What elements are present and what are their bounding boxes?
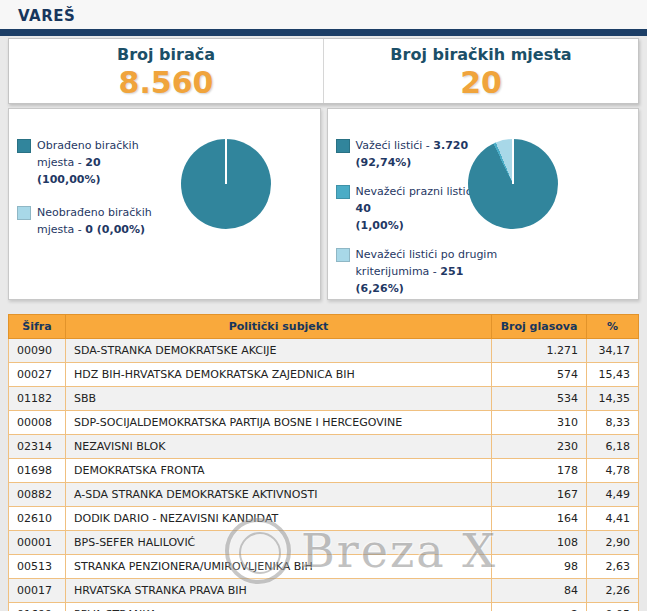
legend-value: 40 <box>356 202 371 215</box>
table-row: 00027 HDZ BIH-HRVATSKA DEMOKRATSKA ZAJED… <box>9 363 639 387</box>
table-row: 02610 DODIK DARIO - NEZAVISNI KANDIDAT 1… <box>9 507 639 531</box>
votes-cell: 108 <box>492 531 587 555</box>
stations-legend: Obrađeno biračkih mjesta - 20 (100,00%) … <box>17 137 167 254</box>
table-row: 00090 SDA-STRANKA DEMOKRATSKE AKCIJE 1.2… <box>9 339 639 363</box>
legend-item-other-invalid-ballots: Nevažeći listići po drugim kriterijumima… <box>336 246 501 297</box>
code-cell: 00001 <box>9 531 66 555</box>
table-row: 00001 BPS-SEFER HALILOVIĆ 108 2,90 <box>9 531 639 555</box>
party-cell: DEMOKRATSKA FRONTA <box>66 459 492 483</box>
ballots-pie-chart <box>468 139 558 229</box>
ballots-chart-box: Važeći listići - 3.720(92,74%) Nevažeći … <box>327 108 640 300</box>
column-header-code: Šifra <box>9 315 66 339</box>
percent-cell: 4,78 <box>587 459 639 483</box>
legend-value: 251 <box>440 265 463 278</box>
votes-cell: 98 <box>492 555 587 579</box>
votes-cell: 310 <box>492 411 587 435</box>
legend-swatch-icon <box>336 185 350 199</box>
votes-cell: 164 <box>492 507 587 531</box>
percent-cell: 14,35 <box>587 387 639 411</box>
table-row: 01182 SBB 534 14,35 <box>9 387 639 411</box>
table-row: 00513 STRANKA PENZIONERA/UMIROVLJENIKA B… <box>9 555 639 579</box>
table-row: 00017 HRVATSKA STRANKA PRAVA BIH 84 2,26 <box>9 579 639 603</box>
party-cell: DODIK DARIO - NEZAVISNI KANDIDAT <box>66 507 492 531</box>
pie-slice-divider <box>225 139 227 184</box>
charts-section: Obrađeno biračkih mjesta - 20 (100,00%) … <box>8 108 639 300</box>
legend-label: Nevažeći listići po drugim kriterijumima… <box>356 248 498 278</box>
legend-item-processed: Obrađeno biračkih mjesta - 20 (100,00%) <box>17 137 167 188</box>
legend-swatch-icon <box>336 248 350 262</box>
percent-cell: 8,33 <box>587 411 639 435</box>
party-cell: A-SDA STRANKA DEMOKRATSKE AKTIVNOSTI <box>66 483 492 507</box>
results-table: Šifra Politički subjekt Broj glasova % 0… <box>8 314 639 611</box>
party-cell: SDA-STRANKA DEMOKRATSKE AKCIJE <box>66 339 492 363</box>
column-header-party: Politički subjekt <box>66 315 492 339</box>
code-cell: 00008 <box>9 411 66 435</box>
stat-polling-stations-value: 20 <box>324 65 638 100</box>
percent-cell: 2,63 <box>587 555 639 579</box>
percent-cell: 34,17 <box>587 339 639 363</box>
votes-cell: 534 <box>492 387 587 411</box>
table-header-row: Šifra Politički subjekt Broj glasova % <box>9 315 639 339</box>
table-row: 00008 SDP-SOCIJALDEMOKRATSKA PARTIJA BOS… <box>9 411 639 435</box>
stat-voters-label: Broj birača <box>9 45 323 64</box>
code-cell: 01182 <box>9 387 66 411</box>
code-cell: 00882 <box>9 483 66 507</box>
legend-text: Obrađeno biračkih mjesta - 20 (100,00%) <box>37 137 167 188</box>
votes-cell: 167 <box>492 483 587 507</box>
percent-cell: 2,90 <box>587 531 639 555</box>
code-cell: 00513 <box>9 555 66 579</box>
party-cell: HDZ BIH-HRVATSKA DEMOKRATSKA ZAJEDNICA B… <box>66 363 492 387</box>
code-cell: 00027 <box>9 363 66 387</box>
legend-swatch-icon <box>17 206 31 220</box>
legend-percent: (6,26%) <box>356 280 501 297</box>
legend-swatch-icon <box>336 139 350 153</box>
party-cell: BPS-SEFER HALILOVIĆ <box>66 531 492 555</box>
stations-chart-box: Obrađeno biračkih mjesta - 20 (100,00%) … <box>8 108 321 300</box>
percent-cell: 2,26 <box>587 579 639 603</box>
percent-cell: 6,18 <box>587 435 639 459</box>
party-cell: STRANKA PENZIONERA/UMIROVLJENIKA BIH <box>66 555 492 579</box>
stat-voters: Broj birača 8.560 <box>9 39 323 103</box>
code-cell: 00017 <box>9 579 66 603</box>
stat-polling-stations: Broj biračkih mjesta 20 <box>323 39 638 103</box>
table-row: 00882 A-SDA STRANKA DEMOKRATSKE AKTIVNOS… <box>9 483 639 507</box>
legend-text: Neobrađeno biračkih mjesta - 0 (0,00%) <box>37 204 167 238</box>
party-cell: SBB <box>66 387 492 411</box>
code-cell: 01699 <box>9 603 66 611</box>
percent-cell: 4,49 <box>587 483 639 507</box>
party-cell: HRVATSKA STRANKA PRAVA BIH <box>66 579 492 603</box>
legend-item-unprocessed: Neobrađeno biračkih mjesta - 0 (0,00%) <box>17 204 167 238</box>
table-row: 01699 PRVA STRANKA 2 0,05 <box>9 603 639 611</box>
column-header-votes: Broj glasova <box>492 315 587 339</box>
page-title: VAREŠ <box>18 7 75 25</box>
title-divider-bar <box>0 29 647 36</box>
code-cell: 00090 <box>9 339 66 363</box>
votes-cell: 178 <box>492 459 587 483</box>
votes-cell: 1.271 <box>492 339 587 363</box>
legend-value: 3.720 <box>433 139 468 152</box>
votes-cell: 574 <box>492 363 587 387</box>
summary-panel: Broj birača 8.560 Broj biračkih mjesta 2… <box>8 38 639 104</box>
stations-pie-chart <box>181 139 271 229</box>
percent-cell: 4,41 <box>587 507 639 531</box>
party-cell: SDP-SOCIJALDEMOKRATSKA PARTIJA BOSNE I H… <box>66 411 492 435</box>
code-cell: 02610 <box>9 507 66 531</box>
code-cell: 01698 <box>9 459 66 483</box>
legend-text: Nevažeći listići po drugim kriterijumima… <box>356 246 501 297</box>
party-cell: PRVA STRANKA <box>66 603 492 611</box>
votes-cell: 230 <box>492 435 587 459</box>
votes-cell: 84 <box>492 579 587 603</box>
legend-percent: (92,74%) <box>356 154 469 171</box>
pie-slice-divider <box>512 139 514 184</box>
stat-voters-value: 8.560 <box>9 65 323 100</box>
page-header: VAREŠ <box>0 0 647 29</box>
percent-cell: 15,43 <box>587 363 639 387</box>
percent-cell: 0,05 <box>587 603 639 611</box>
legend-text: Važeći listići - 3.720(92,74%) <box>356 137 469 171</box>
results-table-container: Šifra Politički subjekt Broj glasova % 0… <box>8 314 639 611</box>
legend-value: 0 (0,00%) <box>85 223 145 236</box>
table-row: 01698 DEMOKRATSKA FRONTA 178 4,78 <box>9 459 639 483</box>
votes-cell: 2 <box>492 603 587 611</box>
legend-swatch-icon <box>17 139 31 153</box>
legend-percent: (1,00%) <box>356 217 501 234</box>
